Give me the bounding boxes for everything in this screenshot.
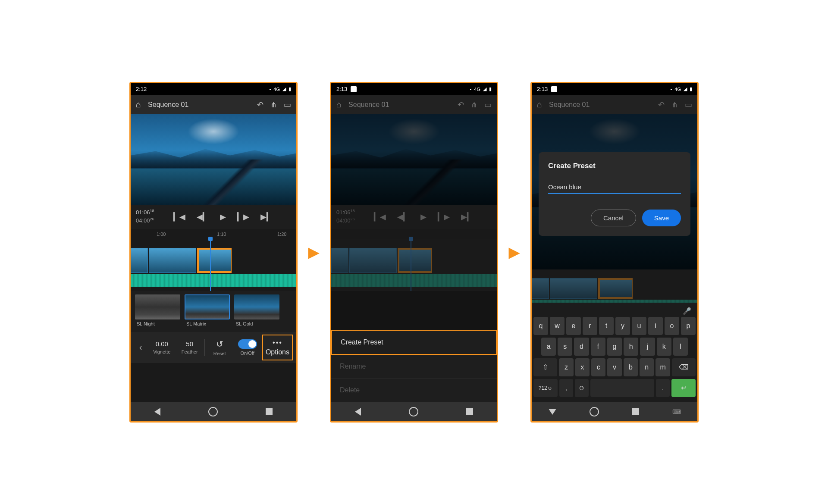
undo-icon[interactable]: ↶ [257,100,263,110]
timeline-ruler[interactable]: 1:00 1:10 1:20 [131,229,296,239]
preset-carousel[interactable]: SL Night SL Matrix SL Gold [131,291,296,332]
comma-key[interactable]: , [559,379,573,397]
key-q[interactable]: q [533,317,548,335]
cancel-button[interactable]: Cancel [591,210,636,226]
feather-control[interactable]: 50 Feather [176,340,202,354]
nav-recent-icon[interactable] [466,408,473,415]
comment-icon[interactable]: ▭ [284,100,291,110]
key-e[interactable]: e [566,317,581,335]
clip-selected[interactable] [197,248,232,273]
back-icon[interactable]: ‹ [134,342,147,352]
reset-icon: ↺ [216,339,223,349]
audio-track[interactable] [131,274,296,287]
share-icon[interactable]: ⋔ [270,100,277,110]
nav-recent-icon[interactable] [266,408,273,415]
key-x[interactable]: x [575,358,590,376]
dialog-title: Create Preset [548,162,681,170]
play-icon[interactable]: ▶ [220,212,226,222]
step-forward-icon[interactable]: ▎▶ [237,212,249,222]
undo-icon: ↶ [658,100,665,110]
step-back-icon[interactable]: ◀▎ [197,212,209,222]
key-m[interactable]: m [656,358,670,376]
enter-key[interactable]: ↵ [671,379,696,397]
onoff-toggle[interactable]: On/Off [234,339,260,356]
keyboard-switch-icon[interactable]: ⌨ [672,408,681,415]
nav-back-icon[interactable] [154,408,160,416]
nav-back-icon[interactable] [549,409,556,415]
preset-name-input[interactable] [548,181,681,194]
skip-start-icon: ▎◀ [374,212,386,222]
save-button[interactable]: Save [642,210,681,226]
sequence-title[interactable]: Sequence 01 [148,101,250,109]
signal-icon: ◢ [282,86,286,92]
timecode: 01:0618 04:0026 [336,209,355,224]
key-o[interactable]: o [665,317,679,335]
key-g[interactable]: g [607,338,622,356]
menu-rename[interactable]: Rename [331,355,497,379]
space-key[interactable] [590,379,655,397]
clip[interactable] [131,248,148,273]
status-time: 2:12 [136,86,147,92]
key-i[interactable]: i [648,317,663,335]
shift-key[interactable]: ⇧ [533,358,557,376]
key-y[interactable]: y [615,317,630,335]
key-l[interactable]: l [673,338,688,356]
more-icon: ••• [273,339,282,347]
symbols-key[interactable]: ?12☺ [533,379,558,397]
emoji-key[interactable]: ☺ [575,379,589,397]
preset-item[interactable]: SL Gold [234,294,279,330]
skip-end-icon[interactable]: ▶▎ [260,212,273,222]
kbd-row-1: qwertyuiop [533,317,696,335]
period-key[interactable]: . [656,379,670,397]
key-s[interactable]: s [558,338,572,356]
nav-home-icon[interactable] [409,407,418,416]
key-v[interactable]: v [607,358,621,376]
key-h[interactable]: h [624,338,638,356]
nav-home-icon[interactable] [590,407,599,416]
key-k[interactable]: k [657,338,671,356]
notification-icon [351,86,357,92]
home-icon[interactable]: ⌂ [136,100,141,110]
android-nav-bar: ⌨ [532,402,697,421]
key-a[interactable]: a [541,338,556,356]
key-j[interactable]: j [640,338,655,356]
nav-recent-icon[interactable] [632,408,639,415]
preset-item[interactable]: SL Night [135,294,180,330]
key-t[interactable]: t [599,317,614,335]
menu-create-preset[interactable]: Create Preset [331,330,497,355]
key-d[interactable]: d [574,338,589,356]
skip-start-icon[interactable]: ▎◀ [173,212,185,222]
vignette-control[interactable]: 0.00 Vignette [149,340,175,354]
flow-arrow-icon: ▶ [509,244,520,260]
key-n[interactable]: n [640,358,654,376]
play-icon: ▶ [420,212,427,222]
timeline[interactable] [131,239,296,291]
nav-home-icon[interactable] [208,407,218,416]
nav-back-icon[interactable] [355,408,361,416]
comment-icon: ▭ [685,100,692,110]
clip[interactable] [149,248,196,273]
key-p[interactable]: p [681,317,696,335]
options-button[interactable]: ••• Options [262,335,293,360]
video-preview[interactable] [131,114,296,205]
status-bar: 2:12 • 4G ◢ ▮ [131,83,296,95]
status-network: 4G [474,87,480,92]
reset-button[interactable]: ↺ Reset [207,339,232,356]
notification-icon [551,86,557,92]
status-bar: 2:13 • 4G ◢ ▮ [331,83,497,95]
key-u[interactable]: u [632,317,646,335]
preset-item-selected[interactable]: SL Matrix [185,294,230,330]
key-b[interactable]: b [624,358,638,376]
key-f[interactable]: f [591,338,605,356]
step-back-icon: ◀▎ [397,212,409,222]
key-z[interactable]: z [559,358,573,376]
key-w[interactable]: w [550,317,565,335]
menu-delete[interactable]: Delete [331,379,497,402]
backspace-key[interactable]: ⌫ [672,358,696,376]
battery-icon: ▮ [489,86,492,92]
mic-icon[interactable]: 🎤 [683,307,691,315]
playhead[interactable] [210,239,211,291]
key-r[interactable]: r [583,317,597,335]
key-c[interactable]: c [591,358,605,376]
app-header: ⌂ Sequence 01 ↶ ⋔ ▭ [131,95,296,114]
